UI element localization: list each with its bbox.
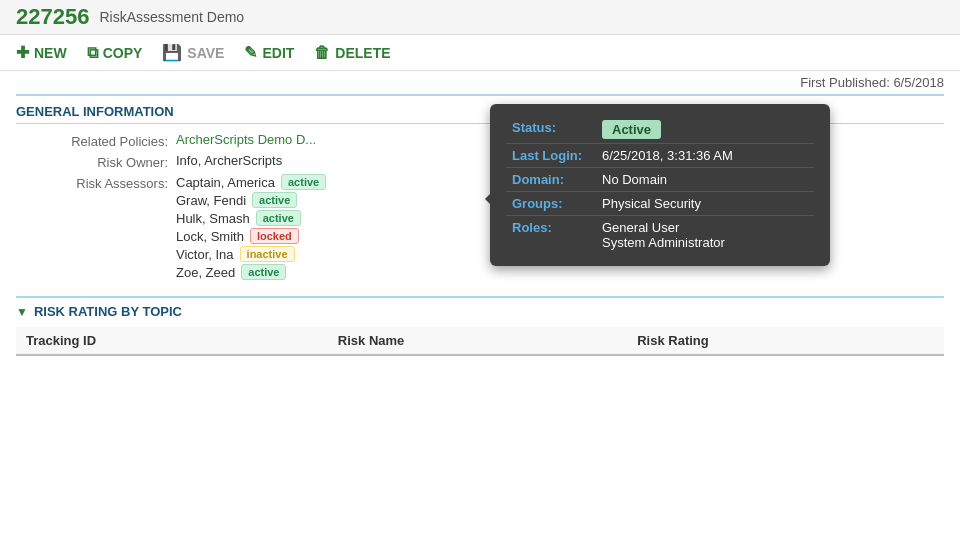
- risk-rating-section: ▼ RISK RATING BY TOPIC Tracking ID Risk …: [16, 296, 944, 356]
- save-icon: 💾: [162, 43, 182, 62]
- user-tooltip-popup: Status: Active Last Login: 6/25/2018, 3:…: [490, 104, 830, 266]
- tooltip-status-val: Active: [596, 116, 814, 144]
- content-area: GENERAL INFORMATION Related Policies: Ar…: [0, 94, 960, 356]
- tooltip-status-key: Status:: [506, 116, 596, 144]
- copy-button[interactable]: ⧉ COPY: [87, 44, 143, 62]
- assessor-name: Graw, Fendi: [176, 193, 246, 208]
- tooltip-roles-row: Roles: General User System Administrator: [506, 216, 814, 255]
- edit-button[interactable]: ✎ EDIT: [244, 43, 294, 62]
- tooltip-status-badge: Active: [602, 120, 661, 139]
- assessor-name: Captain, America: [176, 175, 275, 190]
- delete-icon: 🗑: [314, 44, 330, 62]
- page-header: 227256 RiskAssessment Demo: [0, 0, 960, 35]
- assessor-badge: active: [256, 210, 301, 226]
- risk-owner-label: Risk Owner:: [16, 153, 176, 170]
- tooltip-roles-key: Roles:: [506, 216, 596, 255]
- new-icon: ✚: [16, 43, 29, 62]
- assessor-name: Zoe, Zeed: [176, 265, 235, 280]
- tooltip-lastlogin-row: Last Login: 6/25/2018, 3:31:36 AM: [506, 144, 814, 168]
- assessor-badge: locked: [250, 228, 299, 244]
- related-policies-value: ArcherScripts Demo D...: [176, 132, 316, 147]
- assessor-badge: active: [252, 192, 297, 208]
- risk-owner-value: Info, ArcherScripts: [176, 153, 282, 168]
- assessor-name: Lock, Smith: [176, 229, 244, 244]
- assessor-row: Captain, Americaactive: [176, 174, 326, 190]
- copy-icon: ⧉: [87, 44, 98, 62]
- delete-button[interactable]: 🗑 DELETE: [314, 44, 390, 62]
- assessor-badge: active: [241, 264, 286, 280]
- collapse-arrow-icon: ▼: [16, 305, 28, 319]
- toolbar: ✚ NEW ⧉ COPY 💾 SAVE ✎ EDIT 🗑 DELETE: [0, 35, 960, 71]
- assessor-row: Hulk, Smashactive: [176, 210, 326, 226]
- tooltip-role1: General User: [602, 220, 808, 235]
- tooltip-role2: System Administrator: [602, 235, 808, 250]
- tooltip-groups-row: Groups: Physical Security: [506, 192, 814, 216]
- col-risk-rating: Risk Rating: [627, 327, 944, 355]
- record-title: RiskAssessment Demo: [99, 9, 244, 25]
- assessor-row: Lock, Smithlocked: [176, 228, 326, 244]
- tooltip-domain-row: Domain: No Domain: [506, 168, 814, 192]
- assessor-row: Victor, Inainactive: [176, 246, 326, 262]
- tooltip-groups-val: Physical Security: [596, 192, 814, 216]
- related-policies-link[interactable]: ArcherScripts Demo D...: [176, 132, 316, 147]
- tooltip-domain-key: Domain:: [506, 168, 596, 192]
- edit-icon: ✎: [244, 43, 257, 62]
- tooltip-lastlogin-val: 6/25/2018, 3:31:36 AM: [596, 144, 814, 168]
- assessor-row: Zoe, Zeedactive: [176, 264, 326, 280]
- related-policies-label: Related Policies:: [16, 132, 176, 149]
- risk-table: Tracking ID Risk Name Risk Rating: [16, 327, 944, 356]
- risk-rating-collapse[interactable]: ▼ RISK RATING BY TOPIC: [16, 304, 944, 319]
- assessors-list: Captain, AmericaactiveGraw, FendiactiveH…: [176, 174, 326, 280]
- risk-rating-label: RISK RATING BY TOPIC: [34, 304, 182, 319]
- tooltip-status-row: Status: Active: [506, 116, 814, 144]
- assessor-badge: inactive: [240, 246, 295, 262]
- tooltip-domain-val: No Domain: [596, 168, 814, 192]
- col-risk-name: Risk Name: [328, 327, 627, 355]
- assessor-badge: active: [281, 174, 326, 190]
- tooltip-lastlogin-key: Last Login:: [506, 144, 596, 168]
- assessor-row: Graw, Fendiactive: [176, 192, 326, 208]
- tooltip-table: Status: Active Last Login: 6/25/2018, 3:…: [506, 116, 814, 254]
- first-published: First Published: 6/5/2018: [0, 71, 960, 94]
- assessor-name: Victor, Ina: [176, 247, 234, 262]
- tooltip-roles-val: General User System Administrator: [596, 216, 814, 255]
- col-tracking-id: Tracking ID: [16, 327, 328, 355]
- record-id: 227256: [16, 4, 89, 30]
- new-button[interactable]: ✚ NEW: [16, 43, 67, 62]
- save-button[interactable]: 💾 SAVE: [162, 43, 224, 62]
- tooltip-groups-key: Groups:: [506, 192, 596, 216]
- risk-assessors-label: Risk Assessors:: [16, 174, 176, 191]
- assessor-name: Hulk, Smash: [176, 211, 250, 226]
